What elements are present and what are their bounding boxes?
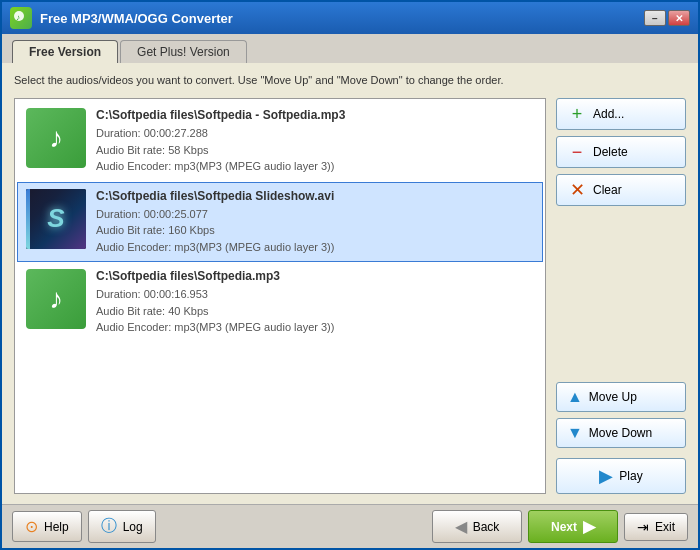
exit-label: Exit xyxy=(655,520,675,534)
file-duration: Duration: 00:00:25.077 xyxy=(96,206,534,223)
clear-label: Clear xyxy=(593,183,622,197)
log-icon: ⓘ xyxy=(101,516,117,537)
next-button[interactable]: Next ▶ xyxy=(528,510,618,543)
file-duration: Duration: 00:00:16.953 xyxy=(96,286,534,303)
main-area: ♪ C:\Softpedia files\Softpedia - Softped… xyxy=(14,98,686,494)
file-info: C:\Softpedia files\Softpedia.mp3 Duratio… xyxy=(96,269,534,336)
file-bitrate: Audio Bit rate: 40 Kbps xyxy=(96,303,534,320)
main-content: Select the audios/videos you want to con… xyxy=(2,63,698,504)
instruction-text: Select the audios/videos you want to con… xyxy=(14,73,686,88)
move-up-label: Move Up xyxy=(589,390,637,404)
file-info: C:\Softpedia files\Softpedia - Softpedia… xyxy=(96,108,534,175)
exit-button[interactable]: ⇥ Exit xyxy=(624,513,688,541)
close-button[interactable]: ✕ xyxy=(668,10,690,26)
play-button[interactable]: ▶ Play xyxy=(556,458,686,494)
list-item[interactable]: ♪ C:\Softpedia files\Softpedia - Softped… xyxy=(17,101,543,182)
list-item[interactable]: S C:\Softpedia files\Softpedia Slideshow… xyxy=(17,182,543,263)
back-button[interactable]: ◀ Back xyxy=(432,510,522,543)
help-icon: ⊙ xyxy=(25,517,38,536)
log-button[interactable]: ⓘ Log xyxy=(88,510,156,543)
next-arrow-icon: ▶ xyxy=(583,517,595,536)
clear-button[interactable]: ✕ Clear xyxy=(556,174,686,206)
delete-icon: − xyxy=(567,142,587,162)
tabs-bar: Free Version Get Plus! Version xyxy=(2,34,698,63)
arrow-up-icon: ▲ xyxy=(567,388,583,406)
back-label: Back xyxy=(473,520,500,534)
arrow-down-icon: ▼ xyxy=(567,424,583,442)
log-label: Log xyxy=(123,520,143,534)
file-thumbnail: ♪ xyxy=(26,108,86,168)
music-thumb: ♪ xyxy=(26,269,86,329)
add-label: Add... xyxy=(593,107,624,121)
title-controls: − ✕ xyxy=(644,10,690,26)
music-note-icon: ♪ xyxy=(49,122,63,154)
file-bitrate: Audio Bit rate: 160 Kbps xyxy=(96,222,534,239)
file-name: C:\Softpedia files\Softpedia - Softpedia… xyxy=(96,108,534,122)
help-button[interactable]: ⊙ Help xyxy=(12,511,82,542)
video-thumb: S xyxy=(26,189,86,249)
file-encoder: Audio Encoder: mp3(MP3 (MPEG audio layer… xyxy=(96,239,534,256)
file-name: C:\Softpedia files\Softpedia Slideshow.a… xyxy=(96,189,534,203)
add-icon: + xyxy=(567,104,587,124)
main-window: ♪ Free MP3/WMA/OGG Converter − ✕ Free Ve… xyxy=(0,0,700,550)
file-bitrate: Audio Bit rate: 58 Kbps xyxy=(96,142,534,159)
file-thumbnail: S xyxy=(26,189,86,249)
move-down-label: Move Down xyxy=(589,426,652,440)
title-text: Free MP3/WMA/OGG Converter xyxy=(40,11,644,26)
music-note-icon: ♪ xyxy=(49,283,63,315)
file-info: C:\Softpedia files\Softpedia Slideshow.a… xyxy=(96,189,534,256)
minimize-button[interactable]: − xyxy=(644,10,666,26)
file-encoder: Audio Encoder: mp3(MP3 (MPEG audio layer… xyxy=(96,319,534,336)
list-item[interactable]: ♪ C:\Softpedia files\Softpedia.mp3 Durat… xyxy=(17,262,543,343)
move-down-button[interactable]: ▼ Move Down xyxy=(556,418,686,448)
tab-plus-version[interactable]: Get Plus! Version xyxy=(120,40,247,63)
file-encoder: Audio Encoder: mp3(MP3 (MPEG audio layer… xyxy=(96,158,534,175)
move-up-button[interactable]: ▲ Move Up xyxy=(556,382,686,412)
file-duration: Duration: 00:00:27.288 xyxy=(96,125,534,142)
file-name: C:\Softpedia files\Softpedia.mp3 xyxy=(96,269,534,283)
file-list[interactable]: ♪ C:\Softpedia files\Softpedia - Softped… xyxy=(14,98,546,494)
help-label: Help xyxy=(44,520,69,534)
svg-text:♪: ♪ xyxy=(16,13,20,22)
title-bar: ♪ Free MP3/WMA/OGG Converter − ✕ xyxy=(2,2,698,34)
exit-icon: ⇥ xyxy=(637,519,649,535)
footer: ⊙ Help ⓘ Log ◀ Back Next ▶ ⇥ Exit xyxy=(2,504,698,548)
play-icon: ▶ xyxy=(599,465,613,487)
tab-free-version[interactable]: Free Version xyxy=(12,40,118,63)
file-thumbnail: ♪ xyxy=(26,269,86,329)
back-arrow-icon: ◀ xyxy=(455,517,467,536)
clear-icon: ✕ xyxy=(567,180,587,200)
add-button[interactable]: + Add... xyxy=(556,98,686,130)
delete-label: Delete xyxy=(593,145,628,159)
music-thumb: ♪ xyxy=(26,108,86,168)
right-panel: + Add... − Delete ✕ Clear ▲ Move Up ▼ xyxy=(556,98,686,494)
play-label: Play xyxy=(619,469,642,483)
app-icon: ♪ xyxy=(10,7,32,29)
next-label: Next xyxy=(551,520,577,534)
delete-button[interactable]: − Delete xyxy=(556,136,686,168)
